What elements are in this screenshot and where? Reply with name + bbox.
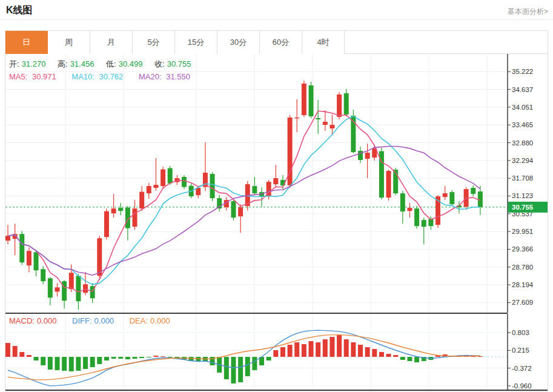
tab-30min[interactable]: 30分 bbox=[217, 31, 260, 54]
candle-body bbox=[48, 278, 53, 297]
macd-bar bbox=[118, 357, 123, 359]
candle-body bbox=[400, 193, 405, 211]
candle-body bbox=[27, 251, 31, 265]
macd-bar bbox=[147, 357, 151, 357]
svg-text:29.366: 29.366 bbox=[512, 245, 533, 253]
macd-bar bbox=[393, 355, 398, 357]
candle-body bbox=[294, 118, 299, 118]
price-axis: 35.22234.63734.05133.46532.88032.29431.7… bbox=[508, 68, 534, 306]
candles-group bbox=[5, 81, 483, 310]
candle-body bbox=[252, 186, 257, 193]
macd-bar bbox=[69, 357, 74, 371]
candle-body bbox=[118, 208, 123, 211]
macd-bar bbox=[27, 355, 31, 357]
macd-bar bbox=[153, 356, 158, 357]
candle-body bbox=[5, 236, 10, 241]
candle-body bbox=[344, 93, 349, 115]
candle-body bbox=[19, 234, 24, 262]
candle-body bbox=[111, 208, 116, 213]
kline-chart[interactable]: 35.22234.63734.05133.46532.88032.29431.7… bbox=[5, 54, 548, 313]
svg-text:28.780: 28.780 bbox=[512, 264, 533, 271]
macd-bar bbox=[323, 339, 328, 357]
macd-chart[interactable]: 0.8030.215-0.372-0.960 bbox=[5, 314, 548, 390]
candle-body bbox=[97, 238, 102, 276]
tab-60min[interactable]: 60分 bbox=[260, 31, 302, 54]
candle-body bbox=[196, 188, 200, 195]
svg-text:-0.372: -0.372 bbox=[512, 365, 532, 372]
tab-week[interactable]: 周 bbox=[48, 31, 90, 54]
candle-body bbox=[414, 208, 419, 226]
macd-bar bbox=[344, 339, 349, 357]
macd-gridlines bbox=[5, 314, 508, 390]
macd-bar bbox=[19, 352, 24, 357]
candle-body bbox=[83, 284, 88, 293]
candle-body bbox=[238, 207, 243, 216]
candle-body bbox=[168, 168, 173, 184]
svg-text:-0.960: -0.960 bbox=[512, 382, 532, 390]
candle-body bbox=[153, 185, 158, 188]
candle-body bbox=[323, 122, 328, 125]
candle-body bbox=[316, 118, 320, 119]
macd-bar bbox=[139, 357, 144, 358]
svg-text:32.880: 32.880 bbox=[512, 139, 533, 147]
kline-widget: 日 周 月 5分 15分 30分 60分 4时 35.22234.63734.0… bbox=[5, 30, 548, 391]
chart-bottom-border bbox=[5, 390, 548, 391]
candle-body bbox=[443, 193, 448, 197]
candle-body bbox=[422, 220, 426, 227]
macd-bar bbox=[316, 342, 320, 357]
macd-bar bbox=[48, 357, 53, 370]
macd-bar bbox=[245, 357, 250, 376]
candle-body bbox=[471, 188, 475, 194]
tab-month[interactable]: 月 bbox=[90, 31, 133, 54]
candle-body bbox=[309, 85, 314, 116]
title-divider bbox=[0, 19, 553, 20]
macd-bar bbox=[358, 345, 363, 357]
macd-bar bbox=[90, 357, 95, 367]
candle-body bbox=[407, 208, 412, 211]
macd-bar bbox=[386, 354, 391, 357]
macd-bar bbox=[309, 341, 314, 357]
macd-bar bbox=[41, 357, 45, 365]
tab-5min[interactable]: 5分 bbox=[133, 31, 175, 54]
macd-bar bbox=[55, 357, 59, 370]
candle-body bbox=[182, 177, 187, 187]
candle-body bbox=[34, 252, 39, 270]
svg-text:30.755: 30.755 bbox=[512, 204, 534, 211]
macd-bar bbox=[104, 357, 109, 360]
candle-body bbox=[147, 186, 151, 193]
candle-body bbox=[41, 269, 45, 281]
candle-body bbox=[76, 276, 81, 301]
macd-bar bbox=[337, 335, 342, 357]
candle-body bbox=[386, 171, 391, 198]
candle-body bbox=[329, 125, 334, 128]
candle-body bbox=[62, 281, 67, 301]
candle-body bbox=[69, 273, 74, 289]
ma5-line bbox=[8, 111, 480, 292]
candle-body bbox=[449, 192, 454, 204]
tab-15min[interactable]: 15分 bbox=[175, 31, 217, 54]
macd-bar bbox=[351, 342, 356, 357]
svg-text:29.951: 29.951 bbox=[512, 228, 533, 235]
tab-4hour[interactable]: 4时 bbox=[302, 31, 345, 54]
fundamental-analysis-link[interactable]: 基本面分析> bbox=[508, 7, 548, 17]
macd-bar bbox=[280, 347, 285, 357]
candle-body bbox=[231, 201, 236, 218]
tab-day[interactable]: 日 bbox=[5, 31, 48, 54]
svg-text:31.708: 31.708 bbox=[512, 174, 533, 182]
macd-bar bbox=[267, 357, 271, 360]
candle-body bbox=[161, 170, 165, 187]
svg-text:34.051: 34.051 bbox=[512, 104, 533, 111]
macd-bar bbox=[329, 337, 334, 357]
macd-bar bbox=[400, 357, 405, 360]
svg-text:27.609: 27.609 bbox=[512, 299, 533, 306]
svg-text:31.123: 31.123 bbox=[512, 192, 533, 199]
macd-bar bbox=[161, 356, 165, 357]
macd-bar bbox=[302, 344, 306, 357]
svg-text:34.637: 34.637 bbox=[512, 86, 533, 93]
candle-body bbox=[133, 208, 137, 227]
candle-body bbox=[337, 95, 342, 117]
candle-body bbox=[55, 287, 59, 291]
macd-bar bbox=[414, 357, 419, 362]
candle-body bbox=[210, 174, 215, 198]
candle-body bbox=[365, 153, 370, 159]
